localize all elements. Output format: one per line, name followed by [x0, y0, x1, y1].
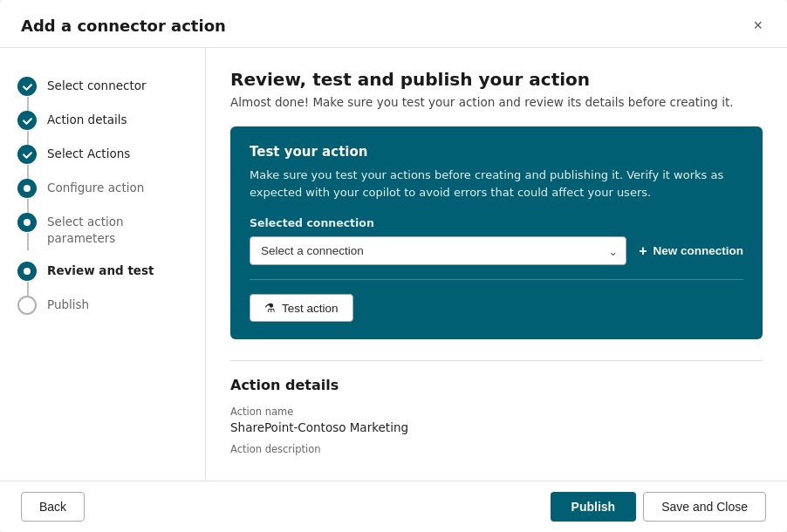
action-name-value: SharePoint-Contoso Marketing [230, 420, 763, 434]
plus-icon: + [639, 243, 647, 259]
connection-select-wrapper[interactable]: Select a connection ⌄ [250, 236, 626, 265]
sidebar-item-action-details[interactable]: Action details [0, 103, 205, 137]
modal-title: Add a connector action [21, 17, 226, 35]
test-card: Test your action Make sure you test your… [230, 126, 763, 339]
main-content: Review, test and publish your action Alm… [206, 48, 787, 481]
action-name-label: Action name [230, 406, 763, 418]
connection-row: Select a connection ⌄ + New connection [250, 236, 743, 265]
footer-right: Publish Save and Close [551, 492, 766, 522]
card-divider [250, 279, 743, 280]
step-label-review-and-test: Review and test [47, 261, 154, 279]
footer-left: Back [21, 492, 85, 522]
step-icon-select-connector [17, 77, 37, 96]
section-title: Review, test and publish your action [230, 69, 763, 90]
step-label-select-actions: Select Actions [47, 144, 130, 162]
sidebar-item-publish[interactable]: Publish [0, 288, 205, 322]
dot-params [24, 219, 31, 226]
sidebar-item-configure-action[interactable]: Configure action [0, 171, 205, 205]
sidebar-item-select-actions[interactable]: Select Actions [0, 137, 205, 171]
check-icon-2 [22, 115, 33, 126]
step-connector-5 [27, 233, 29, 250]
dot-review [24, 268, 31, 275]
publish-button[interactable]: Publish [551, 492, 637, 522]
sidebar-item-select-connector[interactable]: Select connector [0, 69, 205, 103]
back-button[interactable]: Back [21, 492, 85, 522]
step-icon-select-action-params [17, 213, 37, 232]
connection-label: Selected connection [250, 216, 743, 229]
modal-header: Add a connector action × [0, 0, 787, 48]
close-button[interactable]: × [749, 14, 766, 37]
sidebar-item-review-and-test[interactable]: Review and test [0, 254, 205, 288]
section-divider [230, 360, 763, 361]
modal-footer: Back Publish Save and Close [0, 481, 787, 532]
modal-body: Select connector Action details [0, 48, 787, 481]
step-icon-action-details [17, 111, 37, 130]
step-icon-review-and-test [17, 262, 37, 281]
modal: Add a connector action × Select connecto… [0, 0, 787, 532]
flask-icon: ⚗ [264, 301, 276, 315]
test-card-description: Make sure you test your actions before c… [250, 167, 743, 201]
sidebar: Select connector Action details [0, 48, 206, 481]
step-label-select-action-params: Select action parameters [47, 212, 188, 247]
check-icon-3 [22, 149, 33, 160]
action-description-field: Action description [230, 443, 763, 455]
test-card-title: Test your action [250, 144, 743, 160]
action-name-field: Action name SharePoint-Contoso Marketing [230, 406, 763, 434]
step-icon-configure-action [17, 179, 37, 198]
step-icon-select-actions [17, 145, 37, 164]
step-icon-publish [17, 296, 37, 315]
step-label-select-connector: Select connector [47, 76, 147, 94]
sidebar-item-select-action-parameters[interactable]: Select action parameters [0, 205, 205, 254]
action-details-title: Action details [230, 377, 763, 393]
new-connection-label: New connection [653, 244, 743, 257]
step-label-action-details: Action details [47, 110, 127, 128]
dot-configure [24, 185, 31, 192]
step-label-configure-action: Configure action [47, 178, 144, 196]
new-connection-button[interactable]: + New connection [639, 243, 743, 259]
test-action-button[interactable]: ⚗ Test action [250, 294, 353, 322]
step-label-publish: Publish [47, 295, 89, 313]
test-action-label: Test action [282, 302, 339, 315]
check-icon [22, 81, 33, 92]
connection-select[interactable]: Select a connection [250, 236, 626, 265]
section-subtitle: Almost done! Make sure you test your act… [230, 95, 763, 109]
action-description-label: Action description [230, 443, 763, 455]
save-close-button[interactable]: Save and Close [643, 492, 766, 522]
